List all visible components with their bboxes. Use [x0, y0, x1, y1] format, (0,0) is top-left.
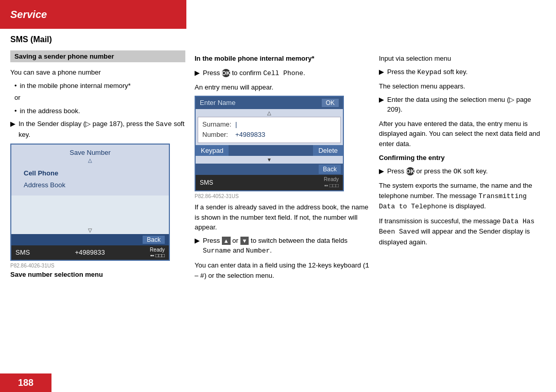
data-saved-code: Data Has Been Saved [379, 218, 534, 236]
mid-arrow-symbol-2: ▶ [195, 236, 200, 256]
keypad-soft-code: Keypad [418, 68, 442, 76]
sms-label-1: SMS [15, 248, 30, 256]
mid-heading-text: In the mobile phone internal memory* [195, 54, 315, 64]
page-number: 188 [18, 378, 33, 388]
right-arrow-symbol-3: ▶ [379, 166, 384, 177]
down-icon: ▼ [240, 237, 249, 245]
en-ready-area: Ready ▪▪ □□□ [324, 176, 339, 189]
number-code: Number [246, 247, 270, 255]
right-appear-text: The selection menu appears. [379, 81, 546, 92]
en-header-label: Enter Name [200, 99, 235, 106]
right-arrow-1: ▶ Press the Keypad soft key. [379, 67, 546, 78]
ready-text-1: Ready [150, 247, 165, 253]
bullet-item-1: • in the mobile phone internal memory* [14, 81, 185, 91]
right-confirm-heading: Confirming the entry [379, 153, 546, 163]
en-triangle-up: △ [196, 109, 343, 117]
mid-para-1: If a sender is already saved in the addr… [195, 202, 370, 233]
option-cell-phone: Cell Phone [24, 167, 157, 179]
bullet-item-2: • in the address book. [14, 106, 185, 116]
en-fields: Surname: | Number: +4989833 [198, 117, 341, 144]
arrow-item-1: ▶ In the Sender display (▷ page 187), pr… [10, 119, 185, 139]
phone-number-1: +4989833 [75, 248, 105, 256]
mid-arrow-1: ▶ Press OK to confirm Cell Phone. [195, 68, 370, 79]
triangle-down-area: ▽ [11, 226, 169, 234]
surname-value: | [235, 119, 237, 130]
keypad-btn: Keypad [196, 145, 229, 156]
mid-arrow-2: ▶ Press ▲ or ▼ to switch between the dat… [195, 236, 370, 256]
right-arrow-symbol-1: ▶ [379, 67, 384, 78]
right-arrow-text-3: Press OK or press the OK soft key. [387, 166, 488, 177]
ok-icon-1: OK [222, 69, 230, 77]
ok-soft-code: OK [454, 168, 462, 175]
surname-code: Surname [203, 247, 231, 255]
option-address-book: Address Book [24, 179, 157, 191]
en-ready-text: Ready [324, 176, 339, 183]
screen-inner-1: Save Number △ Cell Phone Address Book ▽ … [11, 145, 169, 260]
triangle-up-1: △ [13, 157, 167, 163]
up-icon: ▲ [222, 237, 231, 245]
options-list: Cell Phone Address Book [13, 165, 167, 193]
screen-empty-area [11, 195, 169, 226]
mid-column: In the mobile phone internal memory* ▶ P… [195, 33, 370, 284]
mid-arrow-text-1: Press OK to confirm Cell Phone. [203, 68, 305, 79]
header-title: Service [10, 9, 47, 21]
bullet-text-1: in the mobile phone internal memory* [20, 81, 131, 91]
sms-mail-heading: SMS (Mail) [10, 35, 185, 44]
header-bar: Service [0, 0, 186, 29]
save-screen: Save Number △ Cell Phone Address Book [11, 145, 169, 195]
fig-ref-1: P82.86-4026-31US [10, 263, 185, 269]
appear-text: An entry menu will appear. [195, 82, 370, 93]
mid-arrow-symbol: ▶ [195, 68, 200, 79]
mid-heading-arrow: In the mobile phone internal memory* [195, 54, 370, 64]
right-column: Input via selection menu ▶ Press the Key… [379, 33, 546, 284]
right-para-3: If transmission is succesful, the messag… [379, 216, 546, 247]
key1-code: 1 [365, 262, 369, 270]
en-keypad-row: Keypad Delete [196, 145, 343, 156]
save-title: Save Number [13, 149, 167, 156]
number-row: Number: +4989833 [202, 130, 336, 140]
page-number-bar: 188 [0, 373, 51, 392]
mid-arrow-text-2: Press ▲ or ▼ to switch between the data … [203, 236, 370, 256]
right-arrow-symbol-2: ▶ [379, 95, 384, 115]
cell-phone-code: Cell Phone [263, 69, 303, 77]
en-header: Enter Name OK [196, 97, 343, 109]
transmitting-code: Transmitting Data to Telephone [379, 192, 527, 211]
en-ok-btn: OK [322, 99, 339, 107]
en-sms-label: SMS [200, 179, 213, 186]
or-text: or [14, 93, 185, 103]
surname-row: Surname: | [202, 119, 336, 130]
surname-label: Surname: [202, 119, 233, 130]
ok-icon-2: OK [406, 167, 414, 175]
enter-name-screen: Enter Name OK △ Surname: | Number: +4989… [195, 96, 344, 192]
en-triangle-down: ▼ [196, 156, 343, 164]
ready-area-1: Ready ▪▪ □□□ [150, 247, 165, 258]
phone-sms-bar-1: SMS +4989833 Ready ▪▪ □□□ [11, 245, 169, 260]
triangle-down-mid: ▼ [267, 157, 272, 163]
mid-para-2: You can enter data in a field using the … [195, 260, 370, 281]
fig-ref-2: P82.86-4052-31US [195, 193, 370, 199]
right-arrow-3: ▶ Press OK or press the OK soft key. [379, 166, 546, 177]
arrow-text-1: In the Sender display (▷ page 187), pres… [19, 119, 185, 139]
save-code: Save [156, 120, 172, 128]
back-button-1: Back [143, 236, 165, 244]
left-column: SMS (Mail) Saving a sender phone number … [10, 33, 185, 284]
intro-text: You can save a phone number [10, 67, 185, 78]
number-label: Number: [202, 130, 233, 140]
bullet-symbol: • [14, 81, 17, 91]
en-status: ▪▪ □□□ [324, 183, 339, 189]
right-para-1: After you have entered the data, the ent… [379, 119, 546, 149]
bullet-text-2: in the address book. [20, 106, 80, 116]
fig-caption-1: Save number selection menu [10, 271, 185, 278]
en-back-btn: Back [319, 165, 341, 174]
section-box-heading: Saving a sender phone number [10, 50, 185, 62]
right-heading: Input via selection menu [379, 54, 546, 64]
right-arrow-text-1: Press the Keypad soft key. [387, 67, 467, 78]
right-arrow-2: ▶ Enter the data using the selection men… [379, 95, 546, 115]
phone-screen-1: Save Number △ Cell Phone Address Book ▽ … [10, 144, 170, 261]
bullet-symbol-2: • [14, 106, 17, 116]
key2-code: # [200, 272, 204, 280]
en-back-row: Back [196, 164, 343, 175]
phone-bottom-bar-1: Back [11, 234, 169, 245]
en-sms-bar: SMS Ready ▪▪ □□□ [196, 175, 343, 190]
arrow-symbol-1: ▶ [10, 119, 15, 139]
